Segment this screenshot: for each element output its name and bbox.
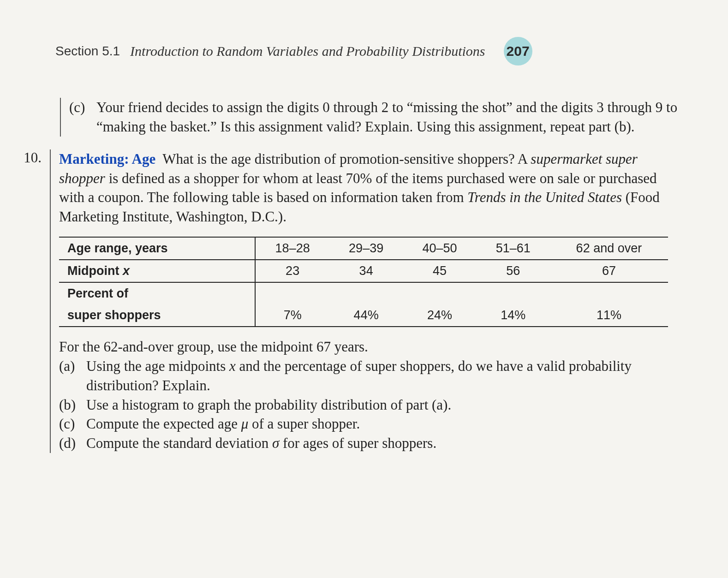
row-label-percent-l2: super shoppers [59, 304, 255, 327]
part-d-text: Compute the standard deviation σ for age… [86, 434, 682, 453]
part-c2-post: of a super shopper. [248, 416, 360, 432]
problem-number: 10. [18, 149, 42, 453]
row-label-percent-l1: Percent of [59, 282, 255, 304]
col-age-1: 29–39 [329, 237, 403, 260]
previous-problem-part-c: (c) Your friend decides to assign the di… [60, 98, 682, 137]
part-b-text: Use a histogram to graph the probability… [86, 395, 682, 415]
problem-10: 10. Marketing: Age What is the age distr… [18, 149, 682, 453]
col-age-3: 51–61 [477, 237, 550, 260]
midpoint-1: 34 [329, 260, 403, 282]
part-a-var: x [229, 358, 236, 374]
midpoint-0: 23 [255, 260, 329, 282]
row-label-age-range: Age range, years [59, 237, 255, 260]
intro-source: Trends in the United States [467, 189, 622, 205]
part-c-text: Your friend decides to assign the digits… [96, 98, 682, 137]
midpoint-var: x [123, 264, 130, 278]
col-age-4: 62 and over [550, 237, 668, 260]
part-a-text: Using the age midpoints x and the percen… [86, 357, 682, 395]
percent-0: 7% [255, 304, 329, 327]
section-title: Introduction to Random Variables and Pro… [130, 43, 485, 59]
section-label: Section 5.1 [55, 44, 120, 59]
midpoint-3: 56 [477, 260, 550, 282]
page-number-badge: 207 [504, 37, 532, 66]
part-c2-text: Compute the expected age μ of a super sh… [86, 414, 682, 434]
percent-1: 44% [329, 304, 403, 327]
percent-2: 24% [403, 304, 476, 327]
part-a-pre: Using the age midpoints [86, 358, 229, 374]
intro-pre: What is the age distribution of promotio… [162, 151, 531, 167]
part-d-label: (d) [59, 434, 80, 453]
part-d-sym: σ [272, 435, 279, 451]
part-a-label: (a) [59, 357, 80, 395]
percent-3: 14% [477, 304, 550, 327]
age-distribution-table: Age range, years 18–28 29–39 40–50 51–61… [59, 237, 668, 327]
part-label-c: (c) [69, 98, 90, 137]
problem-10-note: For the 62-and-over group, use the midpo… [59, 337, 682, 357]
midpoint-2: 45 [403, 260, 476, 282]
part-b-label: (b) [59, 395, 80, 415]
running-head: Section 5.1 Introduction to Random Varia… [55, 37, 682, 66]
problem-topic: Marketing: Age [59, 151, 155, 167]
percent-4: 11% [550, 304, 668, 327]
problem-10-intro: Marketing: Age What is the age distribut… [59, 149, 682, 226]
part-d-post: for ages of super shoppers. [279, 435, 436, 451]
part-d-pre: Compute the standard deviation [86, 435, 272, 451]
midpoint-pre: Midpoint [67, 264, 123, 278]
part-c2-pre: Compute the expected age [86, 416, 241, 432]
part-c2-sym: μ [241, 416, 249, 432]
part-c2-label: (c) [59, 414, 80, 434]
row-label-midpoint: Midpoint x [59, 260, 255, 282]
col-age-2: 40–50 [403, 237, 476, 260]
col-age-0: 18–28 [255, 237, 329, 260]
midpoint-4: 67 [550, 260, 668, 282]
